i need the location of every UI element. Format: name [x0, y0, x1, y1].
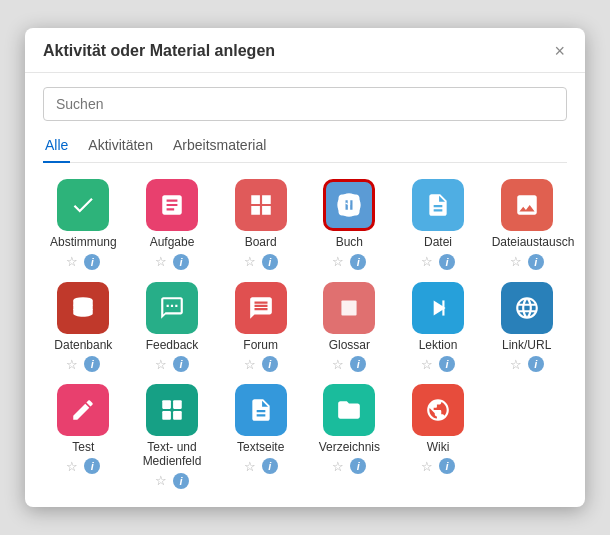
link-url-label: Link/URL [502, 338, 551, 352]
link-url-star[interactable]: ☆ [510, 357, 522, 372]
tab-alle[interactable]: Alle [43, 133, 70, 163]
item-forum[interactable]: Forum☆i [220, 282, 301, 372]
buch-label: Buch [336, 235, 363, 249]
item-test[interactable]: Test☆i [43, 384, 124, 489]
datenbank-info[interactable]: i [84, 356, 100, 372]
svg-rect-2 [162, 400, 171, 409]
buch-star[interactable]: ☆ [332, 254, 344, 269]
glossar-icon [323, 282, 375, 334]
svg-rect-1 [342, 300, 357, 315]
link-url-info[interactable]: i [528, 356, 544, 372]
text-und-medienfeld-info[interactable]: i [173, 473, 189, 489]
tab-aktivitaeten[interactable]: Aktivitäten [86, 133, 155, 163]
items-grid: Abstimmung☆iAufgabe☆iBoard☆iBuch☆iDatei☆… [43, 179, 567, 489]
abstimmung-info[interactable]: i [84, 254, 100, 270]
dateiaustausch-info[interactable]: i [528, 254, 544, 270]
item-link-url[interactable]: Link/URL☆i [486, 282, 567, 372]
item-lektion[interactable]: Lektion☆i [398, 282, 479, 372]
feedback-icon [146, 282, 198, 334]
datenbank-icon [57, 282, 109, 334]
datenbank-star[interactable]: ☆ [66, 357, 78, 372]
feedback-star[interactable]: ☆ [155, 357, 167, 372]
modal-body: Alle Aktivitäten Arbeitsmaterial Abstimm… [25, 73, 585, 507]
dateiaustausch-label: Dateiaustausch [492, 235, 562, 249]
glossar-label: Glossar [329, 338, 370, 352]
verzeichnis-icon [323, 384, 375, 436]
modal-dialog: Aktivität oder Material anlegen × Alle A… [25, 28, 585, 507]
item-datenbank[interactable]: Datenbank☆i [43, 282, 124, 372]
wiki-star[interactable]: ☆ [421, 459, 433, 474]
buch-icon [323, 179, 375, 231]
test-star[interactable]: ☆ [66, 459, 78, 474]
board-icon [235, 179, 287, 231]
forum-star[interactable]: ☆ [244, 357, 256, 372]
item-board[interactable]: Board☆i [220, 179, 301, 269]
svg-rect-5 [173, 411, 182, 420]
item-abstimmung[interactable]: Abstimmung☆i [43, 179, 124, 269]
dateiaustausch-icon [501, 179, 553, 231]
item-verzeichnis[interactable]: Verzeichnis☆i [309, 384, 390, 489]
test-icon [57, 384, 109, 436]
verzeichnis-label: Verzeichnis [319, 440, 380, 454]
textseite-label: Textseite [237, 440, 284, 454]
text-und-medienfeld-label: Text- und Medienfeld [143, 440, 202, 469]
wiki-info[interactable]: i [439, 458, 455, 474]
modal-header: Aktivität oder Material anlegen × [25, 28, 585, 73]
item-glossar[interactable]: Glossar☆i [309, 282, 390, 372]
test-label: Test [72, 440, 94, 454]
lektion-label: Lektion [419, 338, 458, 352]
forum-icon [235, 282, 287, 334]
buch-info[interactable]: i [350, 254, 366, 270]
board-star[interactable]: ☆ [244, 254, 256, 269]
forum-info[interactable]: i [262, 356, 278, 372]
close-button[interactable]: × [552, 42, 567, 60]
aufgabe-icon [146, 179, 198, 231]
abstimmung-label: Abstimmung [50, 235, 117, 249]
datei-icon [412, 179, 464, 231]
lektion-star[interactable]: ☆ [421, 357, 433, 372]
test-info[interactable]: i [84, 458, 100, 474]
textseite-star[interactable]: ☆ [244, 459, 256, 474]
datei-label: Datei [424, 235, 452, 249]
item-textseite[interactable]: Textseite☆i [220, 384, 301, 489]
aufgabe-info[interactable]: i [173, 254, 189, 270]
board-label: Board [245, 235, 277, 249]
text-und-medienfeld-star[interactable]: ☆ [155, 473, 167, 488]
datei-star[interactable]: ☆ [421, 254, 433, 269]
link-url-icon [501, 282, 553, 334]
verzeichnis-star[interactable]: ☆ [332, 459, 344, 474]
feedback-info[interactable]: i [173, 356, 189, 372]
board-info[interactable]: i [262, 254, 278, 270]
abstimmung-icon [57, 179, 109, 231]
glossar-star[interactable]: ☆ [332, 357, 344, 372]
item-buch[interactable]: Buch☆i [309, 179, 390, 269]
forum-label: Forum [243, 338, 278, 352]
datenbank-label: Datenbank [54, 338, 112, 352]
svg-rect-4 [162, 411, 171, 420]
aufgabe-star[interactable]: ☆ [155, 254, 167, 269]
modal-title: Aktivität oder Material anlegen [43, 42, 275, 60]
item-aufgabe[interactable]: Aufgabe☆i [132, 179, 213, 269]
search-input[interactable] [43, 87, 567, 121]
text-und-medienfeld-icon [146, 384, 198, 436]
item-text-und-medienfeld[interactable]: Text- und Medienfeld☆i [132, 384, 213, 489]
tab-arbeitsmaterial[interactable]: Arbeitsmaterial [171, 133, 268, 163]
tab-bar: Alle Aktivitäten Arbeitsmaterial [43, 133, 567, 163]
lektion-info[interactable]: i [439, 356, 455, 372]
dateiaustausch-star[interactable]: ☆ [510, 254, 522, 269]
item-wiki[interactable]: Wiki☆i [398, 384, 479, 489]
verzeichnis-info[interactable]: i [350, 458, 366, 474]
wiki-icon [412, 384, 464, 436]
glossar-info[interactable]: i [350, 356, 366, 372]
svg-rect-3 [173, 400, 182, 409]
item-feedback[interactable]: Feedback☆i [132, 282, 213, 372]
item-datei[interactable]: Datei☆i [398, 179, 479, 269]
wiki-label: Wiki [427, 440, 450, 454]
textseite-info[interactable]: i [262, 458, 278, 474]
aufgabe-label: Aufgabe [150, 235, 195, 249]
lektion-icon [412, 282, 464, 334]
datei-info[interactable]: i [439, 254, 455, 270]
abstimmung-star[interactable]: ☆ [66, 254, 78, 269]
item-dateiaustausch[interactable]: Dateiaustausch☆i [486, 179, 567, 269]
textseite-icon [235, 384, 287, 436]
